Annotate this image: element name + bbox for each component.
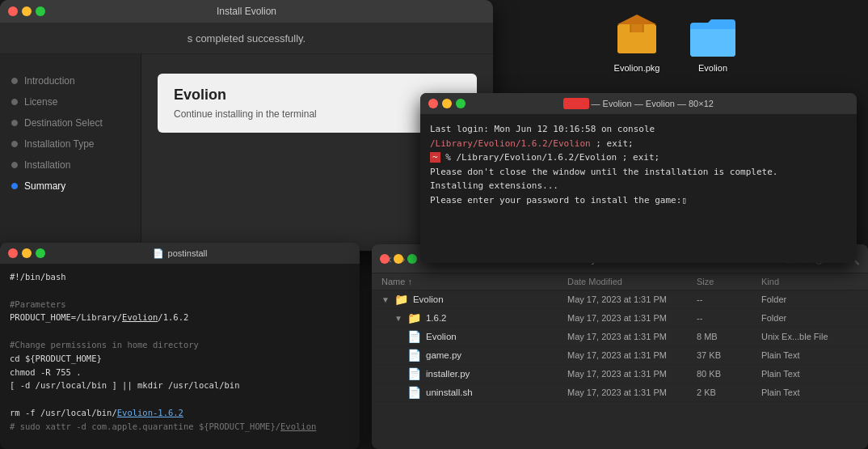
svg-rect-2	[630, 24, 643, 32]
step-dot	[11, 141, 18, 147]
sidebar-item-destination[interactable]: Destination Select	[0, 112, 141, 133]
script-line-cd: cd ${PRODUCT_HOME}	[10, 352, 350, 366]
sidebar-label-install-type: Installation Type	[24, 138, 95, 150]
col-name: Name ↑	[381, 277, 567, 286]
finder-close[interactable]	[380, 254, 390, 264]
script-minimize[interactable]	[22, 248, 32, 258]
table-row[interactable]: 📄 installer.py May 17, 2023 at 1:31 PM 8…	[372, 365, 868, 383]
script-line-blank1	[10, 284, 350, 298]
script-line-comment1: #Parameters	[10, 298, 350, 311]
file-name-cell: 📄 installer.py	[407, 367, 567, 380]
terminal-line-1: Last login: Mon Jun 12 10:16:58 on conso…	[430, 122, 847, 137]
sidebar-label-destination: Destination Select	[24, 117, 103, 129]
svg-marker-1	[617, 15, 656, 24]
terminal-line-2: /Library/Evolion/1.6.2/Evolion ; exit;	[430, 137, 847, 151]
sidebar-item-install-type[interactable]: Installation Type	[0, 133, 141, 155]
terminal-line-6: Please enter your password to install th…	[430, 193, 847, 208]
step-dot	[11, 99, 18, 105]
col-kind: Kind	[761, 277, 858, 286]
script-traffic-lights	[8, 248, 45, 258]
table-row[interactable]: 📄 game.py May 17, 2023 at 1:31 PM 37 KB …	[372, 346, 868, 365]
table-row[interactable]: 📄 uninstall.sh May 17, 2023 at 1:31 PM 2…	[372, 383, 868, 402]
installer-window: Install Evolion s completed successfully…	[0, 0, 493, 251]
script-line-mkdir: [ -d /usr/local/bin ] || mkdir /usr/loca…	[10, 379, 350, 392]
script-maximize[interactable]	[36, 248, 45, 258]
table-row[interactable]: ▼ 📁 1.6.2 May 17, 2023 at 1:31 PM -- Fol…	[372, 309, 868, 328]
installer-sidebar: Introduction License Destination Select …	[0, 54, 141, 251]
pkg-icon-container[interactable]: Evolion.pkg	[611, 8, 663, 73]
script-line-blank2	[10, 324, 350, 338]
script-line-chmod: chmod -R 755 .	[10, 366, 350, 379]
card-title: Evolion	[174, 87, 461, 104]
col-date: Date Modified	[567, 277, 697, 286]
terminal-line-3: ~ % /Library/Evolion/1.6.2/Evolion ; exi…	[430, 150, 847, 165]
script-line-comment2: #Change permissions in home directory	[10, 338, 350, 352]
card-subtitle: Continue installing in the terminal	[174, 108, 461, 120]
terminal-body[interactable]: Last login: Mon Jun 12 10:16:58 on conso…	[420, 114, 857, 216]
finder-window: ‹ › Library ☰ ⇅ ⊞ ↑ ◎ ⊕ 🔍 Name ↑ Date Mo…	[372, 244, 868, 449]
success-message: s completed successfully.	[188, 32, 305, 44]
script-line-product: PRODUCT_HOME=/Library/Evolion/1.6.2	[10, 311, 350, 324]
sidebar-item-introduction[interactable]: Introduction	[0, 70, 141, 91]
step-dot-active	[11, 183, 18, 189]
pkg-label: Evolion.pkg	[614, 63, 660, 73]
file-name-cell: ▼ 📁 1.6.2	[394, 311, 567, 324]
terminal-title: — Evolion — Evolion — 80×12	[563, 99, 714, 108]
script-title: 📄 postinstall	[153, 248, 208, 259]
pkg-icon	[611, 8, 663, 60]
desktop-icons: Evolion.pkg Evolion	[611, 8, 739, 73]
script-titlebar: 📄 postinstall	[0, 243, 360, 264]
sidebar-label-installation: Installation	[24, 159, 70, 171]
script-window: 📄 postinstall #!/bin/bash #Parameters PR…	[0, 243, 360, 449]
traffic-lights	[8, 6, 45, 16]
step-dot	[11, 120, 18, 126]
terminal-minimize[interactable]	[442, 99, 452, 108]
sidebar-label-license: License	[24, 96, 57, 108]
close-button[interactable]	[8, 6, 18, 16]
script-line-sudo: # sudo xattr -d com.apple.quarantine ${P…	[10, 420, 350, 434]
file-name-cell: 📄 Evolion	[407, 330, 567, 343]
folder-label: Evolion	[698, 63, 727, 73]
script-filename: postinstall	[168, 248, 208, 258]
table-row[interactable]: 📄 Evolion May 17, 2023 at 1:31 PM 8 MB U…	[372, 328, 868, 346]
terminal-close[interactable]	[428, 99, 438, 108]
file-name-cell: 📄 game.py	[407, 349, 567, 362]
finder-column-headers: Name ↑ Date Modified Size Kind	[372, 273, 868, 290]
terminal-titlebar: — Evolion — Evolion — 80×12	[420, 93, 857, 114]
folder-icon-container[interactable]: Evolion	[687, 13, 739, 73]
sidebar-label-introduction: Introduction	[24, 75, 75, 87]
terminal-title-text: — Evolion — Evolion — 80×12	[592, 99, 714, 108]
installer-titlebar: Install Evolion	[0, 0, 493, 23]
finder-maximize[interactable]	[407, 254, 417, 264]
terminal-maximize[interactable]	[456, 99, 466, 108]
finder-file-list: ▼ 📁 Evolion May 17, 2023 at 1:31 PM -- F…	[372, 290, 868, 402]
script-body[interactable]: #!/bin/bash #Parameters PRODUCT_HOME=/Li…	[0, 264, 360, 440]
step-dot	[11, 162, 18, 168]
script-line-blank3	[10, 392, 350, 406]
step-dot	[11, 78, 18, 84]
document-icon: 📄	[153, 248, 164, 259]
installer-title: Install Evolion	[217, 6, 276, 17]
sidebar-label-summary: Summary	[24, 180, 65, 192]
terminal-line-4: Please don't close the window until the …	[430, 165, 847, 180]
col-size: Size	[697, 277, 761, 286]
terminal-traffic-lights	[428, 99, 466, 108]
sidebar-item-summary[interactable]: Summary	[0, 176, 141, 197]
script-close[interactable]	[8, 248, 18, 258]
script-line-shebang: #!/bin/bash	[10, 270, 350, 284]
terminal-title-highlight	[563, 98, 588, 109]
sidebar-item-installation[interactable]: Installation	[0, 155, 141, 176]
file-name-cell: 📄 uninstall.sh	[407, 386, 567, 399]
finder-traffic-lights	[380, 254, 417, 264]
file-name-cell: ▼ 📁 Evolion	[381, 293, 567, 306]
table-row[interactable]: ▼ 📁 Evolion May 17, 2023 at 1:31 PM -- F…	[372, 290, 868, 309]
script-line-rm: rm -f /usr/local/bin/Evolion-1.6.2	[10, 406, 350, 420]
sidebar-item-license[interactable]: License	[0, 91, 141, 112]
terminal-window: — Evolion — Evolion — 80×12 Last login: …	[420, 93, 857, 263]
maximize-button[interactable]	[36, 6, 45, 16]
terminal-line-5: Installing extensions...	[430, 179, 847, 193]
folder-icon	[687, 13, 739, 60]
installer-body: Introduction License Destination Select …	[0, 54, 493, 251]
minimize-button[interactable]	[22, 6, 32, 16]
finder-minimize[interactable]	[394, 254, 403, 264]
